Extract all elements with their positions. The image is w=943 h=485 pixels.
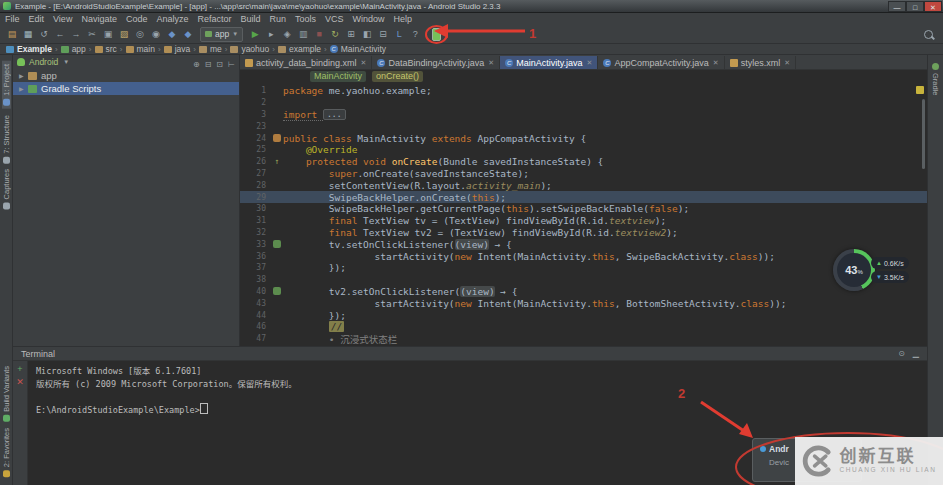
tab-appcompatactivity-java[interactable]: CAppCompatActivity.java✕	[598, 56, 724, 69]
breadcrumb-item-java[interactable]: java	[164, 44, 191, 54]
close-tab-icon[interactable]: ✕	[713, 59, 719, 67]
paste-icon[interactable]: ▨	[116, 27, 132, 41]
sync-icon[interactable]: ↺	[36, 27, 52, 41]
tool-window-icon	[3, 203, 10, 210]
line-number: 47	[240, 334, 271, 343]
android-view-icon	[17, 58, 25, 66]
save-icon[interactable]: ▦	[20, 27, 36, 41]
menu-item-build[interactable]: Build	[240, 14, 260, 24]
terminal-settings-icon[interactable]: ⊙	[898, 349, 905, 358]
open-icon[interactable]: ▤	[4, 27, 20, 41]
sdk-manager-icon[interactable]: ⊞	[343, 27, 359, 41]
menu-item-code[interactable]: Code	[126, 14, 148, 24]
chevron-separator-icon: ›	[120, 45, 123, 54]
replace-icon[interactable]: ◉	[148, 27, 164, 41]
close-session-icon[interactable]: ✕	[16, 378, 24, 387]
lambda-gutter-icon[interactable]	[273, 240, 281, 248]
menu-item-window[interactable]: Window	[353, 14, 385, 24]
breadcrumb-item-main[interactable]: main	[126, 44, 155, 54]
code-token: startActivity(	[283, 251, 455, 262]
breadcrumb-item-example[interactable]: Example	[6, 44, 52, 54]
back-icon[interactable]: ←	[52, 27, 68, 41]
run-config-label: app	[215, 29, 229, 39]
code-token: this	[592, 251, 615, 262]
close-tab-icon[interactable]: ✕	[361, 59, 367, 67]
expand-arrow-icon[interactable]: ▶	[19, 72, 28, 79]
cpu-gauge: 43 %	[833, 249, 875, 291]
stop-icon[interactable]: ■	[311, 27, 327, 41]
cut-icon[interactable]: ✂	[84, 27, 100, 41]
breadcrumb-item-yaohuo[interactable]: yaohuo	[230, 44, 269, 54]
code-token: });	[283, 310, 346, 321]
close-button[interactable]: ✕	[924, 1, 942, 12]
new-session-icon[interactable]: +	[17, 365, 22, 374]
project-view-selector[interactable]: Android	[29, 57, 58, 67]
menu-item-refactor[interactable]: Refactor	[197, 14, 231, 24]
editor-scrollbar[interactable]	[922, 99, 925, 169]
tab-activity-data-binding-xml[interactable]: activity_data_binding.xml✕	[240, 56, 372, 69]
tool-stripe-label: 1: Project	[2, 64, 11, 96]
tool-stripe-captures[interactable]: Captures	[2, 169, 11, 209]
tool-stripe-1-project[interactable]: 1: Project	[2, 61, 11, 109]
find-icon[interactable]: ◎	[132, 27, 148, 41]
project-item-gradle-scripts[interactable]: ▶Gradle Scripts	[13, 82, 239, 95]
terminal-minimize-icon[interactable]: ▁	[913, 349, 919, 358]
breadcrumb-item-src[interactable]: src	[95, 44, 117, 54]
run-icon[interactable]: ▶	[247, 27, 263, 41]
tool-stripe-7-structure[interactable]: 7: Structure	[2, 115, 11, 164]
help-icon[interactable]: ?	[407, 27, 423, 41]
code-line: 43 startActivity(new Intent(MainActivity…	[240, 297, 927, 309]
menu-item-view[interactable]: View	[53, 14, 72, 24]
nav-forward-icon[interactable]: ◆	[180, 27, 196, 41]
menu-item-vcs[interactable]: VCS	[325, 14, 344, 24]
coverage-icon[interactable]: ▥	[295, 27, 311, 41]
search-everywhere-icon[interactable]	[924, 30, 933, 39]
profile-icon[interactable]: ◈	[279, 27, 295, 41]
breadcrumb-item-mainactivity[interactable]: CMainActivity	[330, 44, 386, 54]
gradle-sync-icon[interactable]: ↻	[327, 27, 343, 41]
restore-layout-icon[interactable]: ⊟	[375, 27, 391, 41]
tab-styles-xml[interactable]: styles.xml✕	[725, 56, 796, 69]
maximize-button[interactable]: □	[906, 1, 924, 12]
nav-back-icon[interactable]: ◆	[164, 27, 180, 41]
menu-item-edit[interactable]: Edit	[29, 14, 45, 24]
collapse-all-icon[interactable]: ⊟	[205, 60, 212, 69]
menu-item-tools[interactable]: Tools	[295, 14, 316, 24]
terminal-header[interactable]: Terminal ⊙▁	[13, 347, 927, 361]
menu-item-run[interactable]: Run	[270, 14, 287, 24]
close-tab-icon[interactable]: ✕	[784, 59, 790, 67]
tool-window-icon	[3, 415, 10, 422]
attach-debugger-icon[interactable]: ▸	[263, 27, 279, 41]
tool-stripe-build-variants[interactable]: Build Variants	[2, 366, 11, 422]
left-stripe-bottom: Build Variants2: Favorites	[0, 360, 11, 483]
minimize-button[interactable]: —	[888, 1, 906, 12]
tool-stripe-2-favorites[interactable]: 2: Favorites	[2, 428, 11, 477]
menu-item-help[interactable]: Help	[394, 14, 413, 24]
scroll-to-source-icon[interactable]: ⊡	[216, 60, 223, 69]
menu-item-navigate[interactable]: Navigate	[81, 14, 117, 24]
l-icon[interactable]: L	[391, 27, 407, 41]
forward-icon[interactable]: →	[68, 27, 84, 41]
code-area[interactable]: 1package me.yaohuo.example;23import ...2…	[240, 83, 927, 347]
menu-item-analyze[interactable]: Analyze	[156, 14, 188, 24]
settings-icon[interactable]: ⊕	[193, 60, 200, 69]
run-config-selector[interactable]: app▼	[200, 27, 243, 42]
editor: activity_data_binding.xml✕CDataBindingAc…	[240, 55, 927, 346]
android-monitor-icon[interactable]: ◧	[359, 27, 375, 41]
close-tab-icon[interactable]: ✕	[587, 59, 593, 67]
lambda-gutter-icon[interactable]	[273, 287, 281, 295]
hide-panel-icon[interactable]: ⊢	[228, 60, 235, 69]
avd-manager-icon[interactable]	[432, 28, 441, 41]
tool-stripe-gradle[interactable]: Gradle	[931, 63, 940, 96]
override-gutter-icon[interactable]: ↑	[275, 157, 280, 166]
tab-databindingactivity-java[interactable]: CDataBindingActivity.java✕	[372, 56, 500, 69]
close-tab-icon[interactable]: ✕	[488, 59, 494, 67]
breadcrumb-item-app[interactable]: app	[61, 44, 86, 54]
chevron-down-icon[interactable]: ▼	[63, 59, 188, 65]
copy-icon[interactable]: ▣	[100, 27, 116, 41]
code-line: 29 SwipeBackHelper.onCreate(this);	[240, 191, 927, 203]
menu-item-file[interactable]: File	[5, 14, 20, 24]
breadcrumb-item-example[interactable]: example	[278, 44, 321, 54]
tab-mainactivity-java[interactable]: CMainActivity.java✕	[500, 56, 598, 69]
expand-arrow-icon[interactable]: ▶	[19, 85, 28, 92]
